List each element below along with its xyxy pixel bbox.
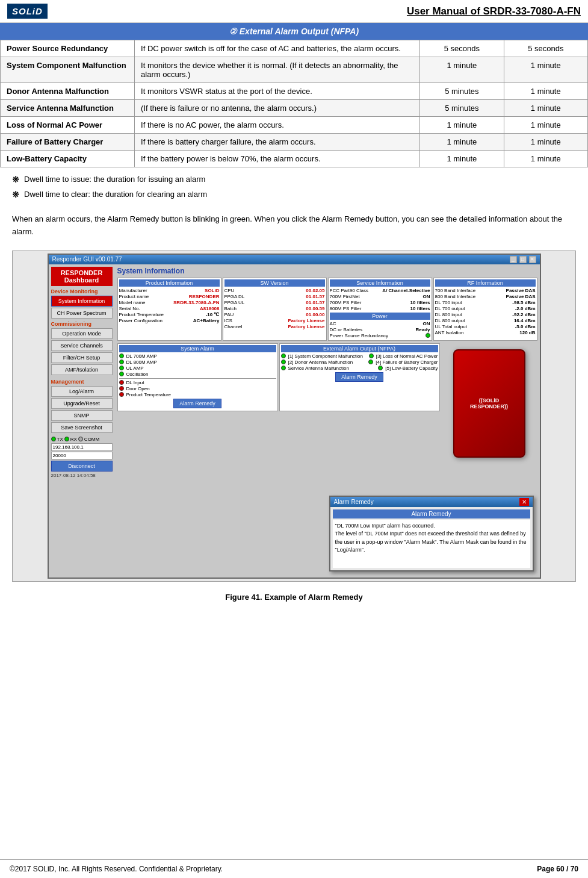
minimize-btn[interactable]: _	[510, 256, 517, 263]
sidebar-btn-system[interactable]: System Information	[51, 296, 113, 307]
table-row: Power Source RedundancyIf DC power switc…	[1, 40, 588, 57]
rf-dl800-out: DL 800 output16.4 dBm	[435, 318, 536, 323]
sidebar-section-management: Management	[51, 379, 113, 385]
timestamp-display: 2017-08-12 14:04:58	[51, 473, 113, 478]
sw-pau: PAU01.00.00	[224, 312, 325, 317]
alarm-table: Power Source RedundancyIf DC power switc…	[0, 40, 588, 167]
port-display: 20000	[51, 452, 113, 459]
table-row: Loss of Normal AC PowerIf there is no AC…	[1, 117, 588, 134]
sidebar-btn-snmp[interactable]: SNMP	[51, 410, 113, 421]
ea-service: Service Antenna Malfunction [5] Low-Batt…	[281, 366, 438, 371]
maximize-btn[interactable]: □	[519, 256, 527, 263]
sidebar-btn-service[interactable]: Service Channels	[51, 340, 113, 351]
comm-status-row: TX RX COMM	[51, 437, 113, 442]
si-ac: ACON	[330, 321, 430, 326]
document-title: User Manual of SRDR-33-7080-A-FN	[48, 5, 581, 17]
table-row: Donor Antenna MalfunctionIt monitors VSW…	[1, 83, 588, 100]
page-header: SOLiD User Manual of SRDR-33-7080-A-FN	[0, 0, 588, 23]
pi-model: Model name SRDR-33-7080-A-FN	[119, 300, 220, 305]
sidebar-btn-screenshot[interactable]: Save Screenshot	[51, 422, 113, 433]
row-label: Service Antenna Malfunction	[1, 100, 135, 117]
sw-cpu: CPU00.02.05	[224, 288, 325, 293]
external-alarm-title: External Alarm Output (NFPA)	[281, 345, 438, 352]
row-label: Low-Battery Capacity	[1, 151, 135, 167]
bottom-area: System Alarm DL 700M AMP DL 800M AMP	[117, 343, 537, 464]
rf-dl700-in: DL 700 input-98.5 dBm	[435, 300, 536, 305]
power-title: Power	[330, 313, 430, 320]
product-info-title: Product Information	[119, 279, 220, 287]
gui-window: Responder GUI v00.01.77 _ □ ✕ RESPONDER …	[48, 254, 541, 579]
pi-power-config: Power Configuration AC+Battery	[119, 318, 220, 323]
popup-close-btn[interactable]: ✕	[519, 498, 529, 506]
si-800filter: 800M PS Filter10 filters	[330, 306, 430, 311]
gui-body: RESPONDER Dashboard Device Monitoring Sy…	[49, 264, 540, 578]
table-row: Failure of Battery ChargerIf there is ba…	[1, 134, 588, 151]
sw-channel: ChannelFactory License	[224, 324, 325, 329]
product-info-box: Product Information Manufacturer SOLiD P…	[117, 278, 221, 341]
row-label: Donor Antenna Malfunction	[1, 83, 135, 100]
sidebar-btn-upgrade[interactable]: Upgrade/Reset	[51, 398, 113, 409]
alarm-remedy-btn-right[interactable]: Alarm Remedy	[335, 372, 383, 382]
sidebar-btn-filter[interactable]: Filter/CH Setup	[51, 352, 113, 363]
sa-prod-temp-led	[119, 392, 124, 397]
row-desc: (If there is failure or no antenna, the …	[135, 100, 420, 117]
footer-page-number: Page 60 / 70	[537, 865, 578, 873]
rf-700-if: 700 Band InterfacePassive DAS	[435, 288, 536, 293]
gui-main-area: System Information Product Information M…	[115, 264, 540, 578]
si-dc: DC or BatteriesReady	[330, 327, 430, 332]
row-dwell-issue: 5 minutes	[420, 100, 504, 117]
alarm-remedy-popup: Alarm Remedy ✕ Alarm Remedy "DL 700M Low…	[329, 496, 534, 571]
external-alarm-box: External Alarm Output (NFPA) [1] System …	[279, 343, 440, 411]
row-dwell-clear: 1 minute	[504, 100, 587, 117]
row-label: Failure of Battery Charger	[1, 134, 135, 151]
row-dwell-issue: 1 minute	[420, 134, 504, 151]
rf-800-if: 800 Band InterfacePassive DAS	[435, 294, 536, 299]
row-label: System Component Malfunction	[1, 57, 135, 83]
alarm-area: System Alarm DL 700M AMP DL 800M AMP	[117, 343, 440, 464]
alarm-grid: System Alarm DL 700M AMP DL 800M AMP	[117, 343, 440, 411]
system-alarm-box: System Alarm DL 700M AMP DL 800M AMP	[117, 343, 278, 411]
row-desc: If there is no AC power, the alarm occur…	[135, 117, 420, 134]
sw-fpga-dl: FPGA DL01.01.57	[224, 294, 325, 299]
row-dwell-issue: 1 minute	[420, 151, 504, 167]
ea-sys-comp-led	[281, 353, 286, 358]
rf-info-box: RF Information 700 Band InterfacePassive…	[433, 278, 537, 341]
section-header: ② External Alarm Output (NFPA)	[0, 23, 588, 40]
sa-dl800: DL 800M AMP	[119, 360, 276, 365]
row-label: Power Source Redundancy	[1, 40, 135, 57]
sidebar-btn-log[interactable]: Log/Alarm	[51, 386, 113, 397]
si-fcc: FCC Part90 ClassA/ Channel-Selective	[330, 288, 430, 293]
rf-ant-iso: ANT Isolation120 dB	[435, 330, 536, 335]
sidebar-btn-operation[interactable]: Operation Mode	[51, 328, 113, 339]
service-info-box: Service Information FCC Part90 ClassA/ C…	[328, 278, 432, 341]
sidebar-btn-ch-power[interactable]: CH Power Spectrum	[51, 308, 113, 319]
sw-version-title: SW Version	[224, 279, 325, 287]
row-desc: If there is battery charger failure, the…	[135, 134, 420, 151]
sidebar-btn-amf[interactable]: AMF/Isolation	[51, 364, 113, 375]
device-image: ((SOLiDRESPONDER))	[453, 349, 525, 458]
note-item-2: ※ Dwell time to clear: the duration for …	[12, 187, 576, 202]
close-btn[interactable]: ✕	[529, 256, 536, 263]
si-psr: Power Source Redundancy	[330, 333, 430, 338]
system-alarm-title: System Alarm	[119, 345, 276, 352]
service-info-title: Service Information	[330, 279, 430, 287]
table-row: Service Antenna Malfunction(If there is …	[1, 100, 588, 117]
tx-led	[51, 437, 56, 441]
info-grid: Product Information Manufacturer SOLiD P…	[117, 278, 537, 341]
disconnect-button[interactable]: Disconnect	[51, 461, 113, 472]
sa-dl-input-led	[119, 380, 124, 385]
row-desc: If DC power switch is off for the case o…	[135, 40, 420, 57]
si-700filter: 700M PS Filter10 filters	[330, 300, 430, 305]
row-desc: If the battery power is below 70%, the a…	[135, 151, 420, 167]
sa-ul: UL AMP	[119, 366, 276, 371]
pi-serial: Serial No. A818008	[119, 306, 220, 311]
row-desc: It monitors the device whether it is nor…	[135, 57, 420, 83]
ea-donor-led	[281, 360, 286, 364]
sa-door-led	[119, 386, 124, 391]
titlebar-buttons: _ □ ✕	[510, 256, 536, 263]
sa-ul-led	[119, 366, 124, 370]
page-footer: ©2017 SOLiD, Inc. All Rights Reserved. C…	[0, 859, 588, 878]
alarm-remedy-btn-left[interactable]: Alarm Remedy	[173, 399, 221, 408]
gui-title-text: Responder GUI v00.01.77	[52, 256, 122, 263]
sa-osc: Oscillation	[119, 372, 276, 377]
